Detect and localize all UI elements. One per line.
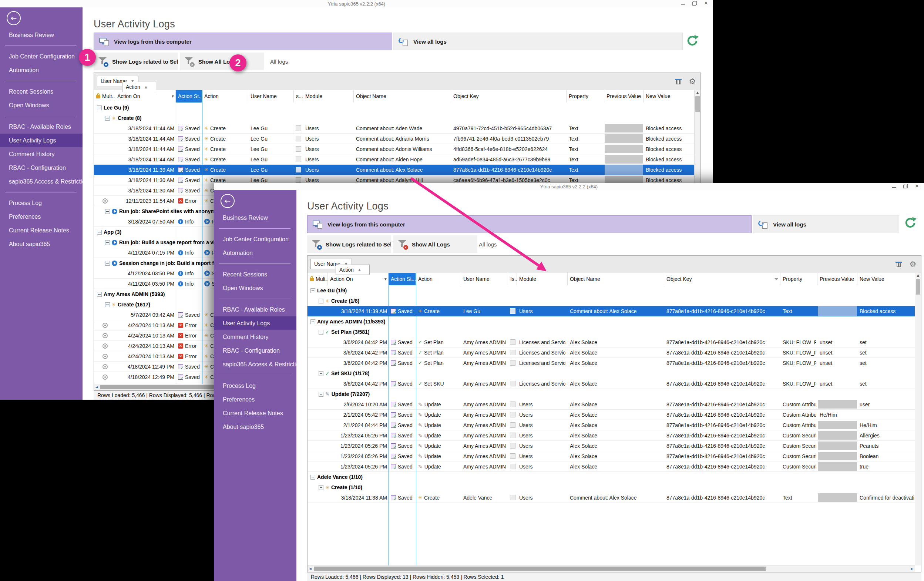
sidebar-item-sapio365-access-restrictions[interactable]: sapio365 Access & Restrictions xyxy=(0,175,82,188)
show-all-logs-button[interactable]: × Show All Logs xyxy=(393,235,477,253)
table-row[interactable]: 3/18/2024 11:39 AMSaved✳CreateLee GuUser… xyxy=(307,306,915,317)
delete-icon[interactable] xyxy=(894,260,903,269)
table-row[interactable]: 3/18/2024 11:44 AMSaved✳CreateLee GuUser… xyxy=(94,154,694,165)
sidebar-item-preferences[interactable]: Preferences xyxy=(214,393,296,406)
view-local-button[interactable]: View logs from this computer xyxy=(307,215,752,233)
group-row[interactable]: ✳Create (1/10) xyxy=(307,482,915,493)
sidebar-item-about-sapio365[interactable]: About sapio365 xyxy=(0,237,82,251)
column-header-new-value[interactable]: New Value xyxy=(644,90,695,102)
minimize-icon[interactable] xyxy=(892,187,896,188)
collapse-icon[interactable] xyxy=(318,392,323,397)
table-row[interactable]: 1/23/2024 05:26 PMSaved✎UpdateAmy Ames A… xyxy=(307,431,915,441)
checkbox[interactable] xyxy=(296,146,301,152)
view-all-button[interactable]: View all logs xyxy=(753,215,899,233)
sidebar-item-comment-history[interactable]: Comment History xyxy=(0,147,82,161)
collapse-icon[interactable] xyxy=(318,330,323,335)
titlebar[interactable]: Ytria sapio365 v2.2.2 (x64) × xyxy=(214,183,924,190)
table-row[interactable]: 3/6/2024 04:42 PMSaved✓Set SKUAmy Ames A… xyxy=(307,379,915,389)
collapse-icon[interactable] xyxy=(310,288,315,293)
checkbox[interactable] xyxy=(510,339,515,345)
vertical-scrollbar[interactable]: ▲ xyxy=(915,273,921,565)
sidebar-item-process-log[interactable]: Process Log xyxy=(0,196,82,210)
checkbox[interactable] xyxy=(296,125,301,131)
column-header-action[interactable]: Action xyxy=(416,273,461,285)
group-row[interactable]: ✓Set Plan (3/581) xyxy=(307,327,915,337)
column-header-action-st[interactable]: Action St... xyxy=(176,90,202,102)
column-header-action[interactable]: Action xyxy=(202,90,248,102)
collapse-icon[interactable] xyxy=(310,475,315,480)
column-header-mult[interactable]: Mult... xyxy=(307,273,328,285)
checkbox[interactable] xyxy=(510,360,515,366)
collapse-icon[interactable] xyxy=(105,209,110,214)
table-row[interactable]: 2/1/2024 05:42 PMSaved✎UpdateAmy Ames AD… xyxy=(307,410,915,420)
sidebar-item-recent-sessions[interactable]: Recent Sessions xyxy=(0,85,82,99)
sidebar-item-about-sapio365[interactable]: About sapio365 xyxy=(214,420,296,434)
sidebar-item-open-windows[interactable]: Open Windows xyxy=(0,99,82,112)
sidebar-item-process-log[interactable]: Process Log xyxy=(214,379,296,393)
show-logs-related-button[interactable]: Show Logs related to Selectio xyxy=(307,235,391,253)
group-row[interactable]: Lee Gu (9) xyxy=(94,102,694,113)
checkbox[interactable] xyxy=(510,422,515,428)
show-logs-related-button[interactable]: Show Logs related to Selectio xyxy=(94,53,178,70)
collapse-icon[interactable] xyxy=(318,299,323,304)
sidebar-item-current-release-notes[interactable]: Current Release Notes xyxy=(214,406,296,420)
column-header-object-key[interactable]: Object Key xyxy=(451,90,566,102)
column-header-is[interactable]: Is... xyxy=(508,273,517,285)
sidebar-item-sapio365-access-restrictions[interactable]: sapio365 Access & Restrictions xyxy=(214,358,296,371)
table-row[interactable]: 1/23/2024 05:26 PMSaved✎UpdateAmy Ames A… xyxy=(307,441,915,451)
checkbox[interactable] xyxy=(510,412,515,418)
sidebar-item-rbac-available-roles[interactable]: RBAC - Available Roles xyxy=(0,120,82,134)
column-header-s[interactable]: s... xyxy=(294,90,303,102)
back-button[interactable]: ← xyxy=(221,194,234,208)
checkbox[interactable] xyxy=(510,432,515,438)
collapse-icon[interactable] xyxy=(105,302,110,307)
collapse-icon[interactable] xyxy=(97,106,102,110)
checkbox[interactable] xyxy=(510,308,515,314)
group-row[interactable]: ✳Create (1/8) xyxy=(307,296,915,306)
column-header-object-name[interactable]: Object Name xyxy=(568,273,664,285)
close-icon[interactable]: × xyxy=(915,184,919,188)
column-header-action-st[interactable]: Action St... xyxy=(389,273,416,285)
groupby-chip-action[interactable]: Action▲ xyxy=(122,82,156,92)
group-row[interactable]: ✎Update (7/2207) xyxy=(307,389,915,399)
group-row[interactable]: ✓Set SKU (1/178) xyxy=(307,368,915,379)
checkbox[interactable] xyxy=(510,443,515,449)
collapse-icon[interactable] xyxy=(105,240,110,245)
group-row[interactable]: Adele Vance (1/10) xyxy=(307,472,915,482)
checkbox[interactable] xyxy=(510,453,515,459)
column-header-previous-value[interactable]: Previous Value xyxy=(604,90,644,102)
sidebar-item-recent-sessions[interactable]: Recent Sessions xyxy=(214,267,296,281)
sidebar-item-business-review[interactable]: Business Review xyxy=(0,28,82,42)
sidebar-item-rbac-available-roles[interactable]: RBAC - Available Roles xyxy=(214,303,296,317)
sidebar-item-preferences[interactable]: Preferences xyxy=(0,210,82,223)
sidebar-item-business-review[interactable]: Business Review xyxy=(214,211,296,224)
collapse-icon[interactable] xyxy=(318,371,323,376)
restore-icon[interactable] xyxy=(903,184,908,188)
column-header-user-name[interactable]: User Name xyxy=(248,90,294,102)
refresh-icon[interactable] xyxy=(903,215,918,230)
view-all-button[interactable]: View all logs xyxy=(393,33,683,50)
delete-icon[interactable] xyxy=(674,77,683,86)
sidebar-item-rbac-configuration[interactable]: RBAC - Configuration xyxy=(0,161,82,175)
gear-icon[interactable]: ⚙ xyxy=(908,260,917,269)
table-row[interactable]: 3/18/2024 11:44 AMSaved✳CreateLee GuUser… xyxy=(94,134,694,144)
refresh-icon[interactable] xyxy=(685,33,700,48)
column-header-new-value[interactable]: New Value xyxy=(857,273,916,285)
column-header-object-name[interactable]: Object Name xyxy=(354,90,451,102)
back-button[interactable]: ← xyxy=(7,11,21,25)
table-row[interactable]: 3/18/2024 11:38 AMSaved✳CreateAdele Vanc… xyxy=(307,493,915,503)
horizontal-scrollbar[interactable]: ◄► xyxy=(307,565,915,572)
table-row[interactable]: 3/6/2024 04:42 PMSaved✓Set PlanAmy Ames … xyxy=(307,348,915,358)
checkbox[interactable] xyxy=(510,381,515,386)
groupby-chip-action[interactable]: Action▲ xyxy=(336,264,370,275)
table-row[interactable]: 2/6/2024 10:20 AMSaved✎UpdateAmy Ames AD… xyxy=(307,399,915,410)
checkbox[interactable] xyxy=(510,401,515,407)
table-row[interactable]: 3/18/2024 11:44 AMSaved✳CreateLee GuUser… xyxy=(94,144,694,154)
sidebar-item-open-windows[interactable]: Open Windows xyxy=(214,281,296,295)
sidebar-item-job-center-configuration[interactable]: Job Center Configuration xyxy=(0,50,82,63)
show-all-logs-button[interactable]: × Show All Logs xyxy=(180,53,264,70)
table-row[interactable]: 2/1/2024 04:44 PMSaved✎UpdateAmy Ames AD… xyxy=(307,420,915,431)
collapse-icon[interactable] xyxy=(318,485,323,490)
table-row[interactable]: 3/6/2024 04:42 PMSaved✓Set PlanAmy Ames … xyxy=(307,337,915,348)
sidebar-item-automation[interactable]: Automation xyxy=(214,246,296,260)
